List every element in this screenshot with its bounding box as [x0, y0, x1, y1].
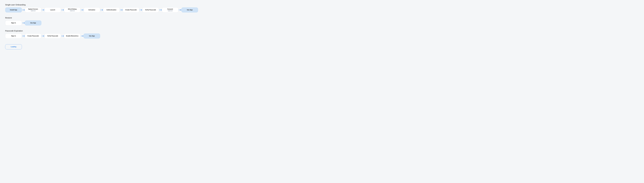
flow-node-launch: Launch: [44, 7, 61, 13]
node-label: Install App: [10, 9, 17, 11]
section-title: Single-user Onboarding: [5, 4, 639, 6]
node-subtext: Optional: [31, 10, 36, 12]
node-subtext: Optional: [168, 10, 172, 12]
flow-row: Sign In Use App: [5, 20, 639, 26]
flow-node-verify-passcode: Verify Passcode: [142, 7, 159, 13]
flow-node-activation: Activation: [84, 7, 100, 13]
flow-node-eula-dialog: EULA Dialog Optional: [64, 7, 81, 13]
loading-node-wrap: Loading: [5, 44, 639, 49]
node-label: Activation: [88, 9, 95, 11]
flow-node-verify-passcode: Verify Passcode: [44, 34, 61, 39]
flow-node-use-app: Use App: [84, 34, 100, 39]
node-label: EULA Dialog: [68, 8, 76, 10]
arrow-right-icon: [81, 7, 84, 13]
flow-node-splash-screen: Splash Screen Optional: [25, 7, 42, 13]
flow-node-sign-in: Sign In: [5, 20, 22, 26]
section-title: Restore: [5, 17, 639, 19]
node-label: Use App: [89, 35, 95, 37]
node-label: Consent: [167, 8, 173, 10]
node-label: Use App: [30, 22, 36, 24]
arrow-right-icon: [22, 20, 25, 26]
flow-node-loading: Loading: [5, 44, 22, 49]
arrow-right-icon: [42, 34, 44, 39]
node-label: Enable Biometrics: [66, 35, 78, 37]
arrow-right-icon: [178, 7, 181, 13]
arrow-right-icon: [61, 34, 64, 39]
arrow-right-icon: [120, 7, 122, 13]
flow-node-create-passcode: Create Passcode: [122, 7, 139, 13]
section-restore: Restore Sign In Use App: [5, 17, 639, 26]
arrow-right-icon: [22, 7, 25, 13]
arrow-right-icon: [61, 7, 64, 13]
flow-node-create-passcode: Create Passcode: [25, 34, 42, 39]
node-label: Create Passcode: [28, 35, 39, 37]
arrow-right-icon: [42, 7, 44, 13]
node-label: Launch: [50, 9, 55, 11]
node-label: Sign In: [11, 22, 16, 24]
node-label: Verify Passcode: [145, 9, 156, 11]
section-single-user-onboarding: Single-user Onboarding Install App Splas…: [5, 4, 639, 13]
node-label: Create Passcode: [125, 9, 137, 11]
flow-node-use-app: Use App: [181, 7, 198, 13]
node-label: Authentication: [106, 9, 116, 11]
node-label: Sign In: [11, 35, 16, 37]
flow-node-authentication: Authentication: [103, 7, 120, 13]
node-label: Verify Passcode: [47, 35, 58, 37]
flow-node-sign-in: Sign In: [5, 34, 22, 39]
section-passcode-expiration: Passcode Expiration Sign In Create Passc…: [5, 30, 639, 49]
arrow-right-icon: [100, 7, 103, 13]
node-label: Loading: [11, 46, 16, 48]
node-label: Splash Screen: [28, 8, 38, 10]
flow-row: Install App Splash Screen Optional Launc…: [5, 7, 639, 13]
flow-node-consent: Consent Optional: [162, 7, 178, 13]
arrow-right-icon: [81, 34, 84, 39]
flow-row: Sign In Create Passcode Verify Passcode …: [5, 34, 639, 39]
flow-node-enable-biometrics: Enable Biometrics: [64, 34, 81, 39]
node-label: Use App: [187, 9, 192, 11]
section-title: Passcode Expiration: [5, 30, 639, 32]
arrow-right-icon: [159, 7, 162, 13]
flow-node-install-app: Install App: [5, 7, 22, 13]
arrow-right-icon: [139, 7, 142, 13]
flow-node-use-app: Use App: [25, 20, 42, 26]
arrow-right-icon: [22, 34, 25, 39]
node-subtext: Optional: [70, 10, 74, 12]
